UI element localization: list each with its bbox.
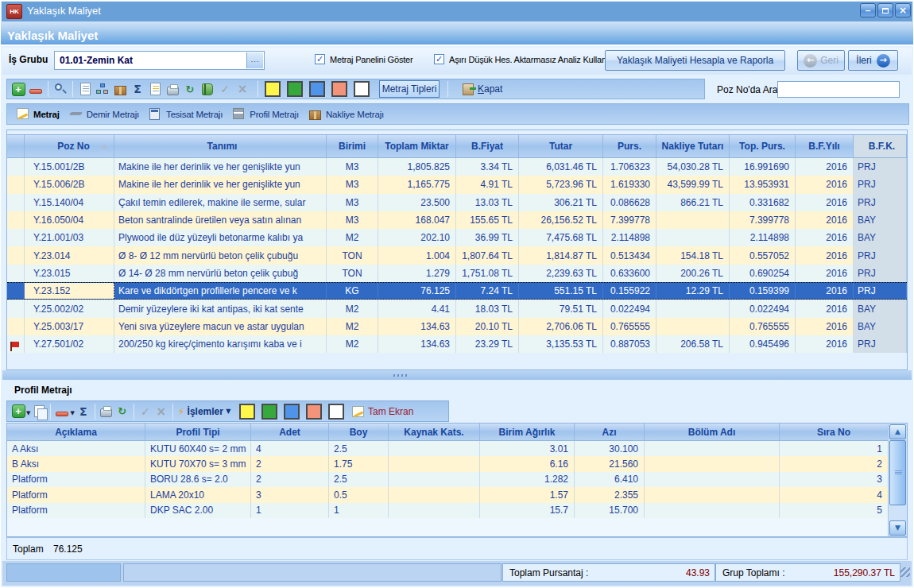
main-col-header[interactable] (7, 135, 25, 157)
table-row[interactable]: Y.27.501/02200/250 kg kireç/çimento karı… (7, 335, 907, 353)
tab-tesisat-metraji[interactable]: Tesisat Metrajı (149, 108, 223, 120)
cell[interactable]: 0.633600 (603, 265, 656, 282)
row-gutter[interactable] (7, 176, 25, 193)
profil-scrollbar[interactable]: ▲ ▼ (888, 424, 907, 536)
cell[interactable]: 306.21 TL (519, 194, 603, 211)
cell[interactable]: Y.23.014 (25, 246, 114, 264)
cell[interactable]: 0.513434 (603, 246, 656, 264)
profil-sum-button[interactable]: Σ (76, 404, 91, 420)
cell[interactable]: 5 (780, 503, 889, 518)
cell[interactable]: 0.765555 (603, 318, 656, 335)
cell[interactable]: Y.15.006/2B (25, 176, 114, 193)
cell[interactable] (389, 487, 480, 502)
row-gutter[interactable] (7, 300, 25, 317)
cell[interactable]: 4 (780, 487, 889, 502)
table-row[interactable]: Y.23.015Ø 14- Ø 28 mm nervürlü beton çel… (7, 265, 907, 282)
cell[interactable]: Platform (7, 487, 145, 502)
cell[interactable]: LAMA 20x10 (145, 487, 251, 502)
profil-color-orange-button[interactable] (306, 404, 322, 420)
cell[interactable]: BORU 28.6 s= 2.0 (145, 472, 251, 487)
profil-col-header[interactable]: Birim Ağırlık (480, 424, 575, 440)
cell[interactable]: Y.16.050/04 (25, 211, 114, 229)
tab-profil-metraji[interactable]: Profil Metrajı (233, 108, 299, 120)
profil-col-header[interactable]: Adet (251, 424, 329, 440)
cell[interactable]: BAY (854, 229, 907, 246)
cell[interactable]: 6,031.46 TL (519, 158, 603, 176)
metraj-paneli-checkbox[interactable]: ✓ (315, 54, 325, 64)
cell[interactable]: 0.765555 (730, 318, 796, 335)
main-col-header[interactable]: B.F.Yılı (796, 135, 854, 157)
cell[interactable]: 0.557052 (730, 246, 796, 264)
cell[interactable]: 0.086628 (603, 194, 656, 211)
cell[interactable]: Y.23.015 (25, 265, 114, 282)
poz-ara-input[interactable] (777, 81, 900, 98)
cell[interactable] (389, 456, 480, 471)
maximize-button[interactable] (877, 3, 893, 17)
scroll-thumb[interactable] (889, 440, 906, 505)
cell[interactable]: 4.41 (378, 300, 456, 317)
cell[interactable]: 1,165.775 (378, 176, 456, 193)
table-row[interactable]: Y.16.050/04Beton santralinde üretilen ve… (7, 211, 907, 229)
color-orange-button[interactable] (331, 81, 347, 97)
cell[interactable] (389, 441, 480, 456)
cell[interactable]: 1,751.08 TL (456, 265, 519, 282)
cell[interactable] (656, 300, 730, 317)
cell[interactable]: 0.022494 (730, 300, 796, 317)
cell[interactable]: 2016 (796, 318, 854, 335)
cell[interactable]: 15.700 (575, 503, 645, 518)
profil-accept-button[interactable]: ✓ (137, 404, 153, 420)
cell[interactable]: BAY (854, 318, 907, 335)
cell[interactable]: 5,723.96 TL (519, 176, 603, 193)
ileri-button[interactable]: İleri→ (848, 50, 898, 71)
cell[interactable]: 866.21 TL (656, 194, 730, 211)
main-col-header[interactable]: Tanımı (114, 135, 327, 157)
profil-color-yellow-button[interactable] (239, 404, 255, 420)
table-row[interactable]: Y.21.001/03Plywood ile düz yüzeyli beton… (7, 229, 907, 246)
table-row[interactable]: Y.23.152Kare ve dikdörtgen profillerle p… (7, 282, 907, 300)
profil-remove-dropdown[interactable]: ▼ (70, 410, 74, 416)
row-gutter[interactable] (7, 335, 25, 353)
asiri-dusuk-checkbox[interactable]: ✓ (434, 54, 444, 64)
cell[interactable]: KUTU 70X70 s= 3 mm (145, 456, 251, 471)
preview-button[interactable] (77, 81, 93, 97)
is-grubu-combo[interactable]: 01.01-Zemin Kat ... (54, 51, 265, 70)
cell[interactable]: BAY (854, 211, 907, 229)
cell[interactable]: 1.75 (329, 456, 389, 471)
panel-splitter[interactable] (2, 370, 912, 380)
cell[interactable] (656, 229, 730, 246)
profil-col-header[interactable]: Boy (329, 424, 389, 440)
profil-row[interactable]: PlatformLAMA 20x1030.51.572.3554 (7, 487, 889, 502)
profil-row[interactable]: PlatformDKP SAC 2.001115.715.7005 (7, 503, 889, 518)
cell[interactable]: DKP SAC 2.00 (145, 503, 251, 518)
cell[interactable]: 26,156.52 TL (519, 211, 603, 229)
cell[interactable]: M3 (327, 158, 378, 176)
cell[interactable]: M2 (327, 318, 378, 335)
cancel-button[interactable]: × (234, 81, 250, 97)
cell[interactable]: 1.279 (378, 265, 456, 282)
cell[interactable]: 1.706323 (603, 158, 656, 176)
cell[interactable]: Y.15.001/2B (25, 158, 114, 176)
cell[interactable]: 2016 (796, 176, 854, 193)
cell[interactable]: B Aksı (7, 456, 145, 471)
cell[interactable]: 2.355 (575, 487, 645, 502)
cell[interactable]: Platform (7, 503, 145, 518)
cell[interactable]: 1 (251, 503, 329, 518)
row-gutter[interactable] (7, 229, 25, 246)
cell[interactable]: 12.29 TL (656, 283, 730, 299)
cell[interactable]: 0.155922 (603, 283, 656, 299)
analysis-button[interactable] (95, 81, 110, 97)
cell[interactable]: 43,599.99 TL (656, 176, 730, 193)
cell[interactable]: Kare ve dikdörtgen profillerle pencere v… (114, 283, 327, 299)
cell[interactable]: Y.23.152 (25, 283, 114, 299)
cell[interactable]: 2016 (796, 300, 854, 317)
cell[interactable]: 1,805.825 (378, 158, 456, 176)
color-blue-button[interactable] (309, 81, 325, 97)
profil-row[interactable]: B AksıKUTU 70X70 s= 3 mm21.756.1621.5602 (7, 456, 889, 471)
row-gutter[interactable] (7, 283, 25, 299)
cell[interactable]: 7.24 TL (456, 283, 519, 299)
main-col-header[interactable]: Birimi (327, 135, 378, 157)
tam-ekran-button[interactable]: Tam Ekran (352, 406, 413, 417)
cell[interactable]: 2,239.63 TL (519, 265, 603, 282)
cell[interactable]: 1.282 (480, 472, 575, 487)
table-row[interactable]: Y.15.006/2BMakine ile her derinlik ve he… (7, 176, 907, 193)
